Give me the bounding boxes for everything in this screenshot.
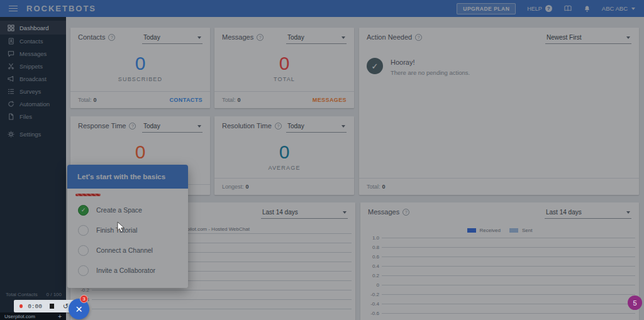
legend-received-label: Received [480,228,501,233]
contacts-icon [7,38,14,45]
rocketbots-dashboard: ROCKETBOTS UPGRADE PLAN HELP ? ABC ABC [0,0,644,320]
screen-recorder-toolbar: 0:00 ↺ [14,300,74,312]
sidebar-item-settings[interactable]: Settings [0,128,66,140]
empty-circle-icon [78,225,89,236]
add-icon[interactable]: + [58,313,62,320]
card-title: Action Needed [367,33,412,41]
help-menu[interactable]: HELP ? [527,5,552,12]
chevron-down-icon [197,36,201,39]
notifications-bell-icon[interactable] [584,5,591,13]
card-title: Messages [368,208,399,216]
help-icon[interactable]: ? [129,123,136,130]
resolution-time-value: 0 [214,141,354,163]
top-bar: ROCKETBOTS UPGRADE PLAN HELP ? ABC ABC [0,0,644,17]
received-swatch [467,228,476,233]
chevron-down-icon [626,211,630,214]
sidebar-item-messages[interactable]: Messages [0,47,66,60]
legend-sent-label: Sent [522,228,532,233]
sidebar-item-contacts[interactable]: Contacts [0,35,66,47]
checklist-item-finish-tutorial[interactable]: Finish Tutorial [67,220,188,240]
recording-dot-icon [19,304,23,308]
contacts-card: Contacts? Today 0 SUBSCRIBED Total:0 CON… [70,28,210,108]
help-icon[interactable]: ? [108,34,115,41]
action-needed-card: Action Needed? Newest First ✓ Hooray! Th… [359,28,639,195]
check-circle-icon: ✓ [78,205,89,216]
sidebar-item-label: Surveys [19,88,41,95]
sidebar-item-label: Files [19,113,32,120]
action-total: Total:0 [367,184,386,190]
total-contacts-value: 0 / 100 [47,292,62,297]
sidebar-item-label: Snippets [19,63,43,70]
flow-step-badge[interactable]: 5 [628,295,642,310]
action-sort-select[interactable]: Newest First [545,33,631,44]
response-period-select[interactable]: Today [142,122,203,133]
checklist-item-invite-collaborator[interactable]: Invite a Collaborator [67,260,188,280]
help-icon[interactable]: ? [415,34,422,41]
help-icon[interactable]: ? [257,34,264,41]
help-icon[interactable]: ? [402,209,409,216]
onboarding-checklist: Let's start with the basics ✓ Create a S… [67,165,188,288]
messages-link[interactable]: MESSAGES [313,97,347,103]
messages-card: Messages? Today 0 TOTAL Total:0 MESSAGES [214,28,354,108]
messages-metric-label: TOTAL [214,76,354,82]
sent-swatch [509,228,518,233]
response-time-value: 0 [70,141,210,163]
contacts-chart-period-select[interactable]: Last 14 days [261,208,348,219]
messages-period-select[interactable]: Today [286,33,347,44]
userpilot-label: Userpilot.com [4,314,35,319]
sidebar-item-snippets[interactable]: Snippets [0,60,66,72]
docs-book-icon[interactable] [564,5,572,12]
messages-chart-period-select[interactable]: Last 14 days [545,208,631,219]
card-title: Resolution Time [222,122,272,130]
survey-list-icon [7,88,14,95]
sidebar-item-label: Broadcast [19,75,47,82]
empty-circle-icon [78,265,89,276]
contacts-period-select[interactable]: Today [142,33,203,44]
checklist-item-create-space[interactable]: ✓ Create a Space [67,200,188,220]
resolution-metric-label: AVERAGE [214,165,354,171]
sidebar-item-automation[interactable]: Automation [0,97,66,110]
user-name: ABC ABC [602,5,628,12]
help-label: HELP [527,6,542,12]
checklist-title: Let's start with the basics [67,165,188,189]
automation-sync-icon [7,101,14,108]
card-title: Response Time [78,122,126,130]
scissors-icon [7,63,14,70]
restart-recording-button[interactable]: ↺ [63,303,69,310]
help-icon: ? [545,5,552,12]
sidebar-item-files[interactable]: Files [0,110,66,123]
sidebar-item-dashboard[interactable]: Dashboard [0,21,66,35]
sidebar-item-label: Dashboard [19,25,48,31]
recording-time: 0:00 [28,303,42,310]
megaphone-icon [7,75,14,82]
checklist-item-connect-channel[interactable]: Connect a Channel [67,240,188,260]
card-title: Messages [222,33,253,41]
gear-icon [7,131,14,138]
contacts-link[interactable]: CONTACTS [169,97,203,103]
resolution-time-card: Resolution Time? Today 0 AVERAGE Longest… [214,116,354,195]
sidebar-footer: Total Contacts 0 / 100 [6,292,62,297]
user-menu[interactable]: ABC ABC [602,5,635,12]
hamburger-menu-icon[interactable] [9,6,18,12]
contacts-total: Total:0 [78,97,97,103]
hooray-headline: Hooray! [391,58,470,66]
sidebar-item-label: Automation [19,101,50,108]
stop-recording-button[interactable] [50,304,54,309]
resolution-longest: Longest:0 [222,184,249,190]
sidebar: Dashboard Contacts Messages Snippets Bro… [0,17,66,320]
chat-bubble-icon [7,50,14,57]
total-contacts-label: Total Contacts [6,292,38,297]
messages-total: Total:0 [222,97,241,103]
empty-circle-icon [78,245,89,256]
sidebar-item-label: Settings [19,131,41,138]
checklist-progress-bar [75,194,101,196]
dashboard-icon [7,25,14,31]
sidebar-item-broadcast[interactable]: Broadcast [0,72,66,85]
help-icon[interactable]: ? [275,123,282,130]
app-logo: ROCKETBOTS [26,4,96,13]
sidebar-item-surveys[interactable]: Surveys [0,85,66,97]
sidebar-item-label: Contacts [19,38,43,45]
resolution-period-select[interactable]: Today [286,122,347,133]
upgrade-plan-button[interactable]: UPGRADE PLAN [457,3,516,14]
contacts-metric-label: SUBSCRIBED [70,76,210,82]
